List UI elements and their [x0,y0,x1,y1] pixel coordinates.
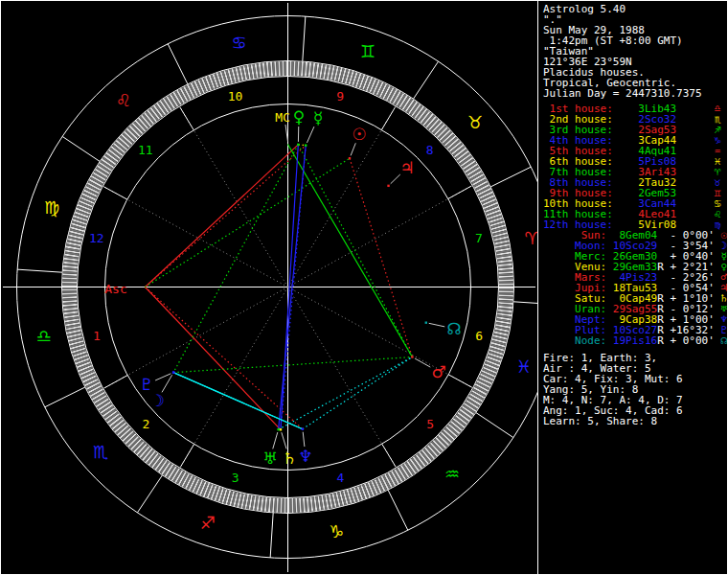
planet-velocity: + 0°00' [664,334,715,347]
jupiter-icon: ♃ [399,158,414,177]
stats-line: Learn: 5, Share: 8 [543,416,728,426]
house-cusp-line [288,106,396,287]
header-line: Julian Day = 2447310.7375 [543,88,728,99]
moon-pointer-line [162,375,172,392]
pluto-dot [172,371,174,373]
square-aspect-line [146,288,303,429]
jupiter-dot [387,185,389,187]
sign-boundary [45,387,85,407]
house-cusp-line [180,107,288,288]
sign-boundary [490,167,531,187]
mars-dot [411,356,413,357]
square-aspect-line [146,288,281,430]
info-panel: Astrolog 5.40"."Sun May 29, 1988 1:42pm … [537,1,728,574]
house-cusp-tick [180,445,193,468]
house-cusp-tick [382,444,396,467]
saturn-icon: ♄ [282,448,296,468]
neptune-dot [302,428,304,430]
house-number: 4 [337,471,345,485]
uranus-pointer-line [273,432,278,448]
planet-position-value: 19Pis16 [606,334,657,347]
natal-chart-wheel: ♈♉♊♋♌♍♎♏♐♑♒♓123456789101112☉☽☿♀♂♃♄♅♆♇☊As… [1,1,537,574]
pluto-icon: ♇ [139,375,153,394]
house-cusp-line [180,288,287,468]
sextile-aspect-line [303,356,413,428]
sign-boundary [303,16,306,61]
pisces-icon: ♓ [516,356,532,377]
planet-row: Node: 19Pis16R + 0°00' ☊ [543,335,728,346]
trine-aspect-line [287,145,412,357]
chart-header: Astrolog 5.40"."Sun May 29, 1988 1:42pm … [538,1,728,99]
node-icon: ☊ [446,319,461,338]
node-dot [425,321,427,323]
house-number: 9 [336,89,344,104]
trine-aspect-line [146,158,350,287]
retrograde-flag: R [657,334,664,347]
sign-boundary [62,136,100,161]
house-cusp-line [103,187,287,288]
house-number: 3 [232,471,239,485]
house-number: 2 [142,417,149,431]
house-number: 10 [228,89,243,104]
aries-icon: ♈ [524,228,537,248]
house-number: 12 [89,231,104,245]
mc-label: MC [275,110,290,125]
sextile-aspect-line [279,356,413,429]
chart-statistics: Fire: 1, Earth: 3,Air : 4, Water: 5Car: … [538,353,728,426]
house-number: 1 [93,329,101,343]
trine-aspect-line [173,145,298,373]
node-pointer-line [429,323,445,327]
square-aspect-line [146,146,307,288]
neptune-icon: ♆ [298,447,312,466]
house-number: 5 [426,417,434,431]
leo-icon: ♌ [116,90,131,110]
house-number: 7 [475,231,483,245]
taurus-icon: ♉ [467,112,483,132]
sign-boundary [270,513,273,558]
cancer-icon: ♋ [232,33,247,53]
sign-boundary [168,44,188,84]
venus-icon: ♀ [293,107,305,126]
sun-dot [349,157,351,159]
chart-wheel-pane: ♈♉♊♋♌♍♎♏♐♑♒♓123456789101112☉☽☿♀♂♃♄♅♆♇☊As… [1,1,537,574]
mars-pointer-line [415,358,430,367]
planet-label: Node: [543,334,606,347]
house-cusp-line [288,186,472,288]
sign-boundary [513,302,537,305]
mercury-icon: ☿ [313,108,323,127]
capricorn-icon: ♑ [329,521,344,541]
uranus-icon: ♅ [262,448,277,468]
sign-boundary [137,475,162,513]
mercury-pointer-line [307,126,313,143]
trine-aspect-line [298,145,412,357]
house-cusp-line [104,288,288,389]
house-cusp-tick [180,107,193,130]
house-cusp-tick [103,187,127,199]
house-cusp-tick [381,106,395,129]
house-number: 8 [426,143,434,157]
house-cusp-tick [448,186,472,198]
house-number: 11 [138,143,153,157]
house-cusp-list: 1st house: 3Lib43 ♎ 2nd house: 2Sco32 ♏ … [538,104,728,230]
saturn-dot [280,428,282,430]
virgo-icon: ♍ [44,197,59,218]
pluto-pointer-line [155,374,171,380]
header-line: Astrolog 5.40 [543,4,728,14]
venus-dot [297,144,299,146]
moon-icon: ☽ [149,391,164,410]
gemini-icon: ♊ [360,41,375,61]
asc-label: Asc [104,282,126,296]
sign-boundary [17,269,62,272]
sagittarius-icon: ♐ [200,513,216,533]
node-icon: ☊ [720,334,727,347]
planet-position-list: Sun: 8Gem04 - 0°00' ☉ Moon: 10Sco29 - 3°… [538,230,728,346]
trine-aspect-line [173,356,412,372]
astrolog-window: ♈♉♊♋♌♍♎♏♐♑♒♓123456789101112☉☽☿♀♂♃♄♅♆♇☊As… [0,0,728,575]
uranus-dot [277,428,279,430]
neptune-pointer-line [303,432,305,447]
sun-icon: ☉ [352,125,366,144]
house-cusp-tick [104,376,128,388]
sign-boundary [388,490,408,530]
libra-icon: ♎ [35,326,51,346]
sign-boundary [414,61,439,99]
